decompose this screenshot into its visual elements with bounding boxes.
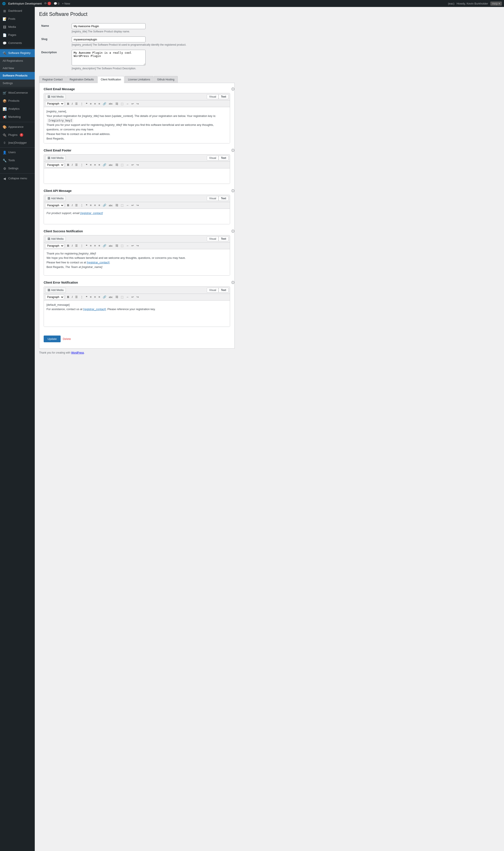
visual-tab-3[interactable]: Visual (207, 196, 218, 201)
align-center-btn-3[interactable]: ≡ (93, 203, 97, 208)
format-select-4[interactable]: Paragraph (45, 243, 64, 248)
link-btn-1[interactable]: 🔗 (102, 102, 107, 106)
ul-btn-1[interactable]: ☰ (74, 102, 79, 106)
link-btn-4[interactable]: 🔗 (102, 243, 107, 248)
indent-btn-4[interactable]: ⬚ (120, 243, 125, 248)
italic-btn-5[interactable]: I (71, 295, 74, 299)
link-btn-3[interactable]: 🔗 (102, 203, 107, 208)
outdent-btn-5[interactable]: → (125, 295, 130, 299)
align-left-btn-1[interactable]: ≡ (89, 102, 93, 106)
redo-btn-5[interactable]: ↪ (136, 295, 140, 299)
unlink-btn-4[interactable]: ⛓ (114, 243, 119, 248)
update-button[interactable]: Update (44, 336, 60, 342)
italic-btn-4[interactable]: I (71, 243, 74, 248)
unlink-btn-2[interactable]: ⛓ (114, 162, 119, 167)
registrar-contact-link-2[interactable]: [registrar_contact] (87, 261, 109, 264)
ul-btn-3[interactable]: ☰ (74, 203, 79, 208)
bold-btn-2[interactable]: B (66, 162, 70, 167)
add-media-button-3[interactable]: 🖼 Add Media (45, 196, 66, 201)
format-select-3[interactable]: Paragraph (45, 203, 64, 208)
help-button[interactable]: Help ▾ (490, 1, 502, 6)
slug-input[interactable] (72, 36, 146, 42)
undo-btn-4[interactable]: ↩ (130, 243, 135, 248)
sidebar-item-settings[interactable]: ⚙Settings (0, 164, 35, 173)
sidebar-item-marketing[interactable]: 📢Marketing (0, 113, 35, 121)
sidebar-subitem-add-new[interactable]: Add New (0, 65, 35, 72)
comments-link[interactable]: 💬 0 (54, 2, 59, 5)
align-center-btn-1[interactable]: ≡ (93, 102, 97, 106)
sidebar-item-analytics[interactable]: 📊Analytics (0, 105, 35, 113)
outdent-btn-3[interactable]: → (125, 203, 130, 208)
outdent-btn-1[interactable]: → (125, 102, 130, 106)
name-input[interactable] (72, 23, 146, 29)
align-right-btn-3[interactable]: ≡ (97, 203, 101, 208)
ol-btn-2[interactable]: ⋮ (79, 162, 84, 167)
description-input[interactable]: My Awesome Plugin is a really cool WordP… (72, 50, 146, 66)
redo-btn-3[interactable]: ↪ (136, 203, 140, 208)
add-media-button-5[interactable]: 🖼 Add Media (45, 287, 66, 293)
italic-btn-3[interactable]: I (71, 203, 74, 208)
text-tab-4[interactable]: Text (218, 236, 229, 241)
sidebar-subitem-settings[interactable]: Settings (0, 79, 35, 87)
quote-btn-2[interactable]: ❝ (85, 162, 88, 167)
quote-btn-4[interactable]: ❝ (85, 243, 88, 248)
redo-btn-1[interactable]: ↪ (136, 102, 140, 106)
client-api-message-info-icon[interactable]: ⓘ (231, 189, 234, 193)
client-email-message-info-icon[interactable]: ⓘ (231, 87, 234, 91)
sidebar-item-collapse[interactable]: ◀Collapse menu (0, 175, 35, 182)
client-success-notification-content[interactable]: Thank you for registering [registry_titl… (44, 249, 230, 275)
sidebar-item-software-registry[interactable]: 🔌Software Registry All Registrations Add… (0, 49, 35, 87)
redo-btn-4[interactable]: ↪ (136, 243, 140, 248)
ul-btn-2[interactable]: ☰ (74, 162, 79, 167)
howdy-text[interactable]: Howdy, Kevin Burkholder (457, 2, 488, 5)
sidebar-subitem-software-products[interactable]: Software Products (0, 72, 35, 79)
quote-btn-3[interactable]: ❝ (85, 203, 88, 208)
sidebar-item-pages[interactable]: 📄Pages (0, 31, 35, 39)
sidebar-item-plugins[interactable]: 🔌Plugins4 (0, 131, 35, 139)
undo-btn-3[interactable]: ↩ (130, 203, 135, 208)
site-name[interactable]: EarthAsylum Development (8, 2, 42, 5)
sidebar-item-users[interactable]: 👤Users (0, 148, 35, 157)
italic-btn-1[interactable]: I (71, 102, 74, 106)
undo-btn-2[interactable]: ↩ (130, 162, 135, 167)
visual-tab-1[interactable]: Visual (207, 94, 218, 99)
bold-btn-5[interactable]: B (66, 295, 70, 299)
align-right-btn-2[interactable]: ≡ (97, 162, 101, 167)
align-center-btn-4[interactable]: ≡ (93, 243, 97, 248)
sidebar-item-media[interactable]: 🖼Media (0, 23, 35, 31)
abc-btn-1[interactable]: abc (108, 102, 114, 106)
outdent-btn-4[interactable]: → (125, 243, 130, 248)
tab-license-limitations[interactable]: License Limitations (125, 76, 154, 83)
bold-btn-4[interactable]: B (66, 243, 70, 248)
align-center-btn-2[interactable]: ≡ (93, 162, 97, 167)
redo-btn-2[interactable]: ↪ (136, 162, 140, 167)
sidebar-item-comments[interactable]: 💬Comments (0, 39, 35, 47)
abc-btn-2[interactable]: abc (108, 163, 114, 167)
sidebar-item-tools[interactable]: 🔧Tools (0, 157, 35, 164)
delete-button[interactable]: Delete (63, 337, 71, 340)
registrar-contact-link-3[interactable]: [registrar_contact] (83, 307, 106, 311)
text-tab-2[interactable]: Text (218, 156, 229, 160)
quote-btn-5[interactable]: ❝ (85, 295, 88, 299)
undo-btn-5[interactable]: ↩ (130, 295, 135, 299)
indent-btn-5[interactable]: ⬚ (120, 295, 125, 299)
sidebar-item-woocommerce[interactable]: 🛒WooCommerce (0, 89, 35, 97)
indent-btn-1[interactable]: ⬚ (120, 102, 125, 106)
new-content-link[interactable]: + New (62, 2, 70, 5)
quote-btn-1[interactable]: ❝ (85, 102, 88, 106)
client-email-message-content[interactable]: [registry_name], Your product registrati… (44, 107, 230, 143)
tab-github-hosting[interactable]: Github Hosting (154, 76, 178, 83)
text-tab-5[interactable]: Text (218, 288, 229, 292)
unlink-btn-5[interactable]: ⛓ (114, 295, 119, 299)
link-btn-5[interactable]: 🔗 (102, 295, 107, 299)
align-left-btn-3[interactable]: ≡ (89, 203, 93, 208)
client-success-notification-info-icon[interactable]: ⓘ (231, 230, 234, 233)
bold-btn-3[interactable]: B (66, 203, 70, 208)
indent-btn-3[interactable]: ⬚ (120, 203, 125, 208)
visual-tab-2[interactable]: Visual (207, 156, 218, 160)
align-left-btn-2[interactable]: ≡ (89, 162, 93, 167)
indent-btn-2[interactable]: ⬚ (120, 162, 125, 167)
ol-btn-3[interactable]: ⋮ (79, 203, 84, 208)
italic-btn-2[interactable]: I (71, 162, 74, 167)
visual-tab-5[interactable]: Visual (207, 288, 218, 292)
